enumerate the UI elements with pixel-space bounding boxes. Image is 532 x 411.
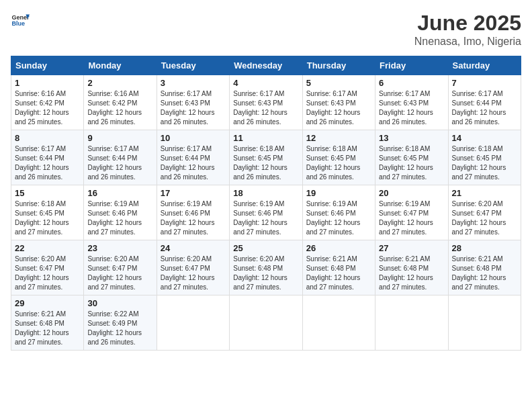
- day-info: Sunrise: 6:20 AMSunset: 6:47 PMDaylight:…: [15, 255, 80, 292]
- day-info: Sunrise: 6:22 AMSunset: 6:49 PMDaylight:…: [87, 310, 152, 347]
- calendar-cell: 28Sunrise: 6:21 AMSunset: 6:48 PMDayligh…: [448, 240, 521, 295]
- weekday-friday: Friday: [375, 56, 448, 75]
- calendar-cell: 18Sunrise: 6:19 AMSunset: 6:46 PMDayligh…: [230, 185, 302, 240]
- day-number: 25: [233, 243, 298, 253]
- day-info: Sunrise: 6:18 AMSunset: 6:45 PMDaylight:…: [306, 144, 371, 182]
- day-number: 29: [15, 298, 80, 308]
- calendar-cell: 11Sunrise: 6:18 AMSunset: 6:45 PMDayligh…: [230, 130, 302, 185]
- weekday-header: SundayMondayTuesdayWednesdayThursdayFrid…: [11, 56, 521, 75]
- svg-text:Blue: Blue: [11, 20, 25, 27]
- day-info: Sunrise: 6:20 AMSunset: 6:48 PMDaylight:…: [233, 255, 298, 292]
- calendar-cell: [375, 295, 448, 351]
- calendar-cell: 12Sunrise: 6:18 AMSunset: 6:45 PMDayligh…: [302, 130, 375, 185]
- day-number: 20: [379, 188, 444, 198]
- calendar: SundayMondayTuesdayWednesdayThursdayFrid…: [11, 56, 521, 351]
- day-number: 2: [87, 78, 152, 88]
- day-info: Sunrise: 6:17 AMSunset: 6:44 PMDaylight:…: [15, 144, 80, 182]
- day-number: 21: [452, 188, 517, 198]
- day-number: 27: [379, 243, 444, 253]
- calendar-cell: 7Sunrise: 6:17 AMSunset: 6:44 PMDaylight…: [448, 75, 521, 130]
- day-info: Sunrise: 6:21 AMSunset: 6:48 PMDaylight:…: [15, 310, 80, 347]
- day-number: 26: [306, 243, 371, 253]
- calendar-cell: 22Sunrise: 6:20 AMSunset: 6:47 PMDayligh…: [11, 240, 84, 295]
- header: General Blue June 2025 Nnenasa, Imo, Nig…: [11, 11, 521, 48]
- weekday-saturday: Saturday: [448, 56, 521, 75]
- day-number: 23: [87, 243, 152, 253]
- week-row-3: 15Sunrise: 6:18 AMSunset: 6:45 PMDayligh…: [11, 185, 521, 240]
- day-number: 17: [161, 188, 226, 198]
- day-info: Sunrise: 6:18 AMSunset: 6:45 PMDaylight:…: [233, 144, 298, 182]
- day-info: Sunrise: 6:16 AMSunset: 6:42 PMDaylight:…: [15, 89, 80, 127]
- calendar-cell: 4Sunrise: 6:17 AMSunset: 6:43 PMDaylight…: [230, 75, 302, 130]
- day-info: Sunrise: 6:21 AMSunset: 6:48 PMDaylight:…: [306, 255, 371, 292]
- day-number: 3: [161, 78, 226, 88]
- calendar-cell: 2Sunrise: 6:16 AMSunset: 6:42 PMDaylight…: [84, 75, 157, 130]
- day-info: Sunrise: 6:21 AMSunset: 6:48 PMDaylight:…: [452, 255, 517, 292]
- day-number: 9: [87, 133, 152, 143]
- calendar-cell: 23Sunrise: 6:20 AMSunset: 6:47 PMDayligh…: [84, 240, 157, 295]
- day-number: 6: [379, 78, 444, 88]
- calendar-cell: 26Sunrise: 6:21 AMSunset: 6:48 PMDayligh…: [302, 240, 375, 295]
- calendar-cell: 27Sunrise: 6:21 AMSunset: 6:48 PMDayligh…: [375, 240, 448, 295]
- day-info: Sunrise: 6:19 AMSunset: 6:46 PMDaylight:…: [87, 199, 152, 237]
- calendar-cell: 20Sunrise: 6:19 AMSunset: 6:47 PMDayligh…: [375, 185, 448, 240]
- weekday-thursday: Thursday: [302, 56, 375, 75]
- day-info: Sunrise: 6:18 AMSunset: 6:45 PMDaylight:…: [379, 144, 444, 182]
- day-number: 14: [452, 133, 517, 143]
- calendar-cell: 3Sunrise: 6:17 AMSunset: 6:43 PMDaylight…: [157, 75, 229, 130]
- day-info: Sunrise: 6:17 AMSunset: 6:43 PMDaylight:…: [379, 89, 444, 127]
- day-number: 5: [306, 78, 371, 88]
- day-info: Sunrise: 6:20 AMSunset: 6:47 PMDaylight:…: [87, 255, 152, 292]
- day-info: Sunrise: 6:19 AMSunset: 6:46 PMDaylight:…: [233, 199, 298, 237]
- calendar-cell: 13Sunrise: 6:18 AMSunset: 6:45 PMDayligh…: [375, 130, 448, 185]
- calendar-cell: 5Sunrise: 6:17 AMSunset: 6:43 PMDaylight…: [302, 75, 375, 130]
- day-number: 4: [233, 78, 298, 88]
- calendar-cell: 14Sunrise: 6:18 AMSunset: 6:45 PMDayligh…: [448, 130, 521, 185]
- day-info: Sunrise: 6:21 AMSunset: 6:48 PMDaylight:…: [379, 255, 444, 292]
- day-number: 16: [87, 188, 152, 198]
- day-info: Sunrise: 6:16 AMSunset: 6:42 PMDaylight:…: [87, 89, 152, 127]
- week-row-4: 22Sunrise: 6:20 AMSunset: 6:47 PMDayligh…: [11, 240, 521, 295]
- day-info: Sunrise: 6:17 AMSunset: 6:43 PMDaylight:…: [306, 89, 371, 127]
- calendar-cell: 24Sunrise: 6:20 AMSunset: 6:47 PMDayligh…: [157, 240, 229, 295]
- day-info: Sunrise: 6:19 AMSunset: 6:46 PMDaylight:…: [306, 199, 371, 237]
- day-number: 15: [15, 188, 80, 198]
- day-number: 28: [452, 243, 517, 253]
- calendar-cell: [230, 295, 302, 351]
- day-info: Sunrise: 6:17 AMSunset: 6:43 PMDaylight:…: [233, 89, 298, 127]
- day-number: 30: [87, 298, 152, 308]
- week-row-1: 1Sunrise: 6:16 AMSunset: 6:42 PMDaylight…: [11, 75, 521, 130]
- calendar-cell: [448, 295, 521, 351]
- logo-icon: General Blue: [11, 11, 30, 30]
- day-info: Sunrise: 6:19 AMSunset: 6:46 PMDaylight:…: [161, 199, 226, 237]
- weekday-tuesday: Tuesday: [157, 56, 229, 75]
- day-number: 12: [306, 133, 371, 143]
- day-info: Sunrise: 6:20 AMSunset: 6:47 PMDaylight:…: [161, 255, 226, 292]
- calendar-cell: [157, 295, 229, 351]
- calendar-cell: 29Sunrise: 6:21 AMSunset: 6:48 PMDayligh…: [11, 295, 84, 351]
- day-info: Sunrise: 6:20 AMSunset: 6:47 PMDaylight:…: [452, 199, 517, 237]
- calendar-cell: 1Sunrise: 6:16 AMSunset: 6:42 PMDaylight…: [11, 75, 84, 130]
- calendar-cell: 9Sunrise: 6:17 AMSunset: 6:44 PMDaylight…: [84, 130, 157, 185]
- day-info: Sunrise: 6:17 AMSunset: 6:44 PMDaylight:…: [452, 89, 517, 127]
- day-number: 19: [306, 188, 371, 198]
- calendar-cell: 6Sunrise: 6:17 AMSunset: 6:43 PMDaylight…: [375, 75, 448, 130]
- day-info: Sunrise: 6:19 AMSunset: 6:47 PMDaylight:…: [379, 199, 444, 237]
- calendar-cell: 25Sunrise: 6:20 AMSunset: 6:48 PMDayligh…: [230, 240, 302, 295]
- day-info: Sunrise: 6:17 AMSunset: 6:44 PMDaylight:…: [161, 144, 226, 182]
- day-info: Sunrise: 6:17 AMSunset: 6:43 PMDaylight:…: [161, 89, 226, 127]
- day-number: 8: [15, 133, 80, 143]
- day-number: 1: [15, 78, 80, 88]
- day-number: 13: [379, 133, 444, 143]
- weekday-wednesday: Wednesday: [230, 56, 302, 75]
- calendar-cell: 19Sunrise: 6:19 AMSunset: 6:46 PMDayligh…: [302, 185, 375, 240]
- calendar-cell: 30Sunrise: 6:22 AMSunset: 6:49 PMDayligh…: [84, 295, 157, 351]
- weekday-sunday: Sunday: [11, 56, 84, 75]
- calendar-cell: 8Sunrise: 6:17 AMSunset: 6:44 PMDaylight…: [11, 130, 84, 185]
- day-number: 7: [452, 78, 517, 88]
- calendar-cell: [302, 295, 375, 351]
- location-title: Nnenasa, Imo, Nigeria: [414, 36, 521, 48]
- calendar-cell: 15Sunrise: 6:18 AMSunset: 6:45 PMDayligh…: [11, 185, 84, 240]
- month-title: June 2025: [414, 11, 521, 36]
- calendar-cell: 17Sunrise: 6:19 AMSunset: 6:46 PMDayligh…: [157, 185, 229, 240]
